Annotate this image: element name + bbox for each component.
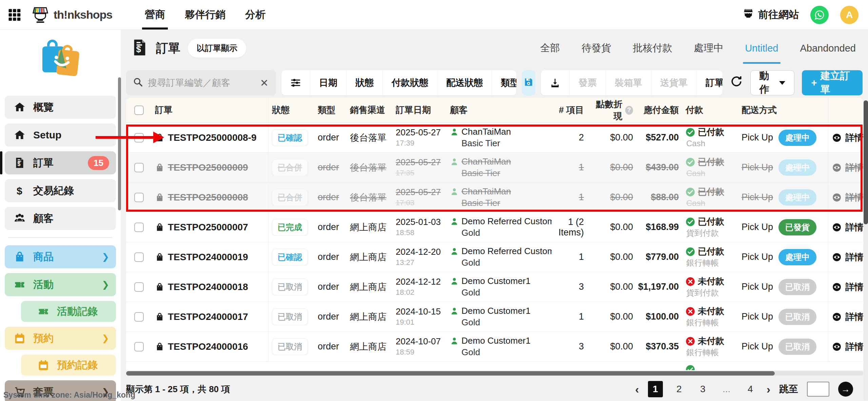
refresh-button[interactable] xyxy=(730,75,743,91)
sidebar-item[interactable]: Setup xyxy=(5,123,116,147)
export-button[interactable]: 裝箱單 xyxy=(606,70,651,95)
row-checkbox[interactable] xyxy=(134,312,144,322)
filter-chip[interactable]: 日期 xyxy=(310,70,347,95)
row-checkbox[interactable] xyxy=(134,342,144,351)
row-checkbox[interactable] xyxy=(134,133,144,142)
row-checkbox[interactable] xyxy=(134,163,144,172)
column-header: 付款 xyxy=(682,104,738,116)
table-row[interactable]: TESTPO24000016 已取消 order 網上商店 2024-10-07… xyxy=(126,332,863,362)
jump-go-button[interactable]: → xyxy=(838,382,853,397)
brand[interactable]: th!nkshops xyxy=(31,5,112,25)
horizontal-scrollbar[interactable] xyxy=(126,371,863,376)
table-row[interactable]: TESTPO24000019 已確認 order 網上商店 2024-12-20… xyxy=(126,242,863,272)
filter-sliders-button[interactable] xyxy=(281,70,310,95)
topnav-tab[interactable]: 分析 xyxy=(245,0,265,30)
table-row[interactable]: TESTPO24000018 已取消 order 網上商店 2024-12-12… xyxy=(126,272,863,302)
order-id: TESTPO24000019 xyxy=(168,252,248,263)
export-button[interactable]: 訂單資料 xyxy=(697,70,722,95)
bag-icon xyxy=(155,342,164,351)
apps-grid-icon[interactable] xyxy=(7,8,22,22)
page-number-button[interactable]: 2 xyxy=(672,381,687,397)
topnav-tab[interactable]: 夥伴行銷 xyxy=(185,0,225,30)
table-row[interactable]: TESTPO25000007 已完成 order 網上商店 2025-01-03… xyxy=(126,212,863,242)
table-row[interactable]: TESTPO24000017 已取消 order 網上商店 2024-10-15… xyxy=(126,302,863,332)
details-button[interactable]: 詳情 xyxy=(832,311,863,323)
details-button[interactable]: 詳情 xyxy=(832,341,863,353)
topbar: th!nkshops 營商夥伴行銷分析 前往網站 A xyxy=(0,0,868,30)
sidebar-item[interactable]: 概覽 xyxy=(5,96,116,119)
order-tab[interactable]: 全部 xyxy=(540,30,560,66)
order-tab[interactable]: 批核付款 xyxy=(633,30,672,66)
sidebar-item[interactable]: $交易紀錄 xyxy=(5,179,116,202)
filter-chip[interactable]: 類型 xyxy=(492,70,516,95)
sidebar-item[interactable]: 顧客 xyxy=(5,207,116,230)
prev-page-button[interactable]: ‹ xyxy=(635,383,639,396)
order-time: 17:03 xyxy=(396,198,414,208)
details-button[interactable]: 詳情 xyxy=(832,161,863,174)
bag-icon xyxy=(155,133,164,142)
save-view-button[interactable] xyxy=(522,70,535,95)
customer-name: Demo Customer1 xyxy=(461,335,531,347)
filter-chip[interactable]: 狀態 xyxy=(347,70,383,95)
visit-site-button[interactable]: 前往網站 xyxy=(743,8,799,22)
x-circle-icon xyxy=(686,307,695,316)
table-row[interactable]: TESTPO25000008 已合併 order 後台落單 2025-05-27… xyxy=(126,183,863,212)
sidebar-item[interactable]: 預約記錄 xyxy=(21,355,116,376)
points-discount: $0.00 xyxy=(610,341,633,352)
topnav-tab[interactable]: 營商 xyxy=(145,0,165,30)
table-row[interactable]: TESTPO25000008-9 已確認 order 後台落單 2025-05-… xyxy=(126,123,863,153)
order-tab[interactable]: 待發貨 xyxy=(581,30,611,66)
payment-method: 貨到付款 xyxy=(686,287,719,298)
sidebar-item[interactable]: 預約❯ xyxy=(5,327,116,350)
order-type: order xyxy=(318,282,339,292)
page-number-button[interactable]: 4 xyxy=(743,381,758,397)
sidebar-item-label: 活動記錄 xyxy=(57,305,98,319)
column-header: 狀態 xyxy=(269,104,314,116)
fulfillment-badge: 處理中 xyxy=(778,130,816,146)
create-order-button[interactable]: + 建立訂單 xyxy=(802,70,863,95)
filter-chip[interactable]: 付款狀態 xyxy=(383,70,437,95)
order-tab[interactable]: Abandonded xyxy=(800,30,856,66)
row-checkbox[interactable] xyxy=(134,282,144,292)
row-checkbox[interactable] xyxy=(134,193,144,202)
table-row[interactable]: TESTPO25000009 已合併 order 後台落單 2025-05-27… xyxy=(126,153,863,183)
check-circle-icon xyxy=(686,217,695,227)
details-button[interactable]: 詳情 xyxy=(832,251,863,263)
search-input[interactable] xyxy=(148,78,255,88)
clear-search-button[interactable]: ✕ xyxy=(259,77,269,89)
x-circle-icon xyxy=(686,337,695,346)
row-checkbox[interactable] xyxy=(134,223,144,232)
jump-page-input[interactable] xyxy=(807,382,829,397)
sidebar-item[interactable]: 活動記錄 xyxy=(21,301,116,322)
filter-chip[interactable]: 配送狀態 xyxy=(437,70,492,95)
avatar[interactable]: A xyxy=(840,6,859,24)
order-tab[interactable]: 處理中 xyxy=(694,30,723,66)
select-all-checkbox[interactable] xyxy=(134,106,144,115)
next-page-button[interactable]: › xyxy=(767,383,770,396)
details-button[interactable]: 詳情 xyxy=(832,191,863,204)
details-button[interactable]: 詳情 xyxy=(832,221,863,233)
sidebar-scrollbar[interactable] xyxy=(118,77,121,210)
details-button[interactable]: 詳情 xyxy=(832,132,863,144)
info-icon[interactable]: ? xyxy=(625,106,633,115)
person-icon xyxy=(450,277,459,286)
sidebar-item[interactable]: 商品❯ xyxy=(5,245,116,268)
view-toggle-button[interactable]: 以訂單顯示 xyxy=(188,39,246,58)
sidebar-divider xyxy=(8,237,113,238)
whatsapp-button[interactable] xyxy=(810,6,829,24)
order-tab[interactable]: Untitled xyxy=(745,30,778,66)
page-number-button[interactable]: 3 xyxy=(695,381,710,397)
main-content: $ 訂單 以訂單顯示 全部待發貨批核付款處理中UntitledAbandonde… xyxy=(121,30,868,401)
vertical-scrollbar[interactable] xyxy=(864,100,868,400)
export-button[interactable]: 送貨單 xyxy=(651,70,697,95)
dollar-icon: $ xyxy=(14,185,26,197)
download-button[interactable] xyxy=(541,70,570,95)
row-checkbox[interactable] xyxy=(134,252,144,262)
item-count: 1 xyxy=(579,192,584,203)
actions-dropdown-button[interactable]: 動作 xyxy=(750,70,794,95)
details-button[interactable]: 詳情 xyxy=(832,281,863,293)
page-number-button[interactable]: 1 xyxy=(648,381,663,397)
export-button[interactable]: 發票 xyxy=(570,70,606,95)
sidebar-item[interactable]: $訂單15 xyxy=(5,151,116,174)
sidebar-item[interactable]: 活動❯ xyxy=(5,273,116,296)
